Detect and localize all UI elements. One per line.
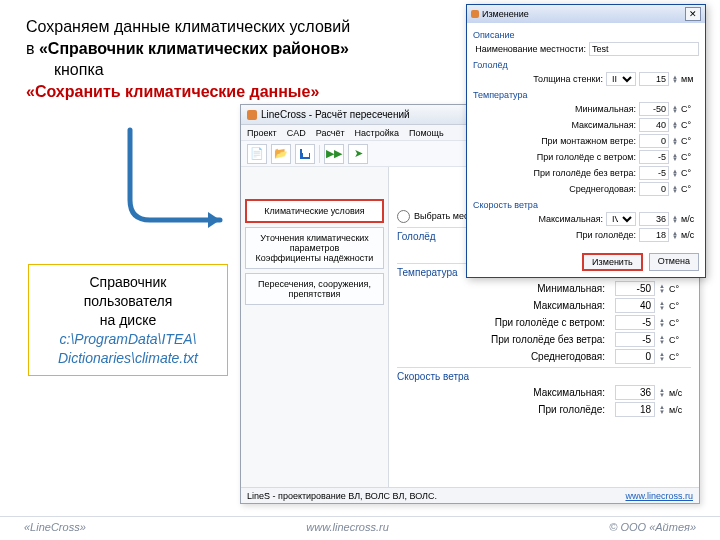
- app-title: LineCross - Расчёт пересечений: [261, 109, 410, 120]
- cancel-button[interactable]: Отмена: [649, 253, 699, 271]
- wind-max-input[interactable]: 36: [615, 385, 655, 400]
- status-text: LineS - проектирование ВЛ, ВОЛС ВЛ, ВОЛС…: [247, 491, 437, 501]
- instructions-text: Сохраняем данные климатических условий в…: [26, 16, 350, 102]
- edit-dialog: Изменение ✕ Описание Наименование местно…: [466, 4, 706, 278]
- d-wind-ice[interactable]: 18: [639, 228, 669, 242]
- wind-class-select[interactable]: IV: [606, 212, 636, 226]
- footer-right: © ООО «Айтея»: [609, 521, 696, 533]
- footer-left: «LineCross»: [24, 521, 86, 533]
- d-temp-ice-nowind[interactable]: -5: [639, 166, 669, 180]
- status-link[interactable]: www.linecross.ru: [625, 491, 693, 501]
- status-bar: LineS - проектирование ВЛ, ВОЛС ВЛ, ВОЛС…: [241, 487, 699, 503]
- open-file-icon[interactable]: 📂: [271, 144, 291, 164]
- run-icon[interactable]: ▶▶: [324, 144, 344, 164]
- left-nav: Климатические условия Уточнения климатич…: [241, 167, 389, 487]
- nav-climate-conditions[interactable]: Климатические условия: [245, 199, 384, 223]
- instr-line2: в «Справочник климатических районов»: [26, 38, 350, 60]
- nav-refinements[interactable]: Уточнения климатических параметров Коэфф…: [245, 227, 384, 269]
- instr-line4: «Сохранить климатические данные»: [26, 81, 350, 103]
- menu-help[interactable]: Помощь: [409, 128, 444, 138]
- d-temp-min[interactable]: -50: [639, 102, 669, 116]
- temp-ice-wind-input[interactable]: -5: [615, 315, 655, 330]
- location-name-input[interactable]: [589, 42, 699, 56]
- footer-center: www.linecross.ru: [306, 521, 389, 533]
- d-temp-ice-wind[interactable]: -5: [639, 150, 669, 164]
- apply-button[interactable]: Изменить: [582, 253, 643, 271]
- app-icon: [247, 110, 257, 120]
- temp-min-input[interactable]: -50: [615, 281, 655, 296]
- dialog-titlebar: Изменение ✕: [467, 5, 705, 23]
- new-file-icon[interactable]: 📄: [247, 144, 267, 164]
- menu-project[interactable]: Проект: [247, 128, 277, 138]
- dgroup-wind: Скорость ветра: [473, 197, 699, 211]
- forward-icon[interactable]: ➤: [348, 144, 368, 164]
- temp-max-input[interactable]: 40: [615, 298, 655, 313]
- d-wind-max[interactable]: 36: [639, 212, 669, 226]
- arrow-icon: [90, 120, 250, 250]
- menu-settings[interactable]: Настройка: [355, 128, 399, 138]
- menu-calc[interactable]: Расчёт: [316, 128, 345, 138]
- instr-line1: Сохраняем данные климатических условий: [26, 16, 350, 38]
- menu-cad[interactable]: CAD: [287, 128, 306, 138]
- d-ice-thickness[interactable]: 15: [639, 72, 669, 86]
- radio-select-location[interactable]: [397, 210, 410, 223]
- ice-class-select[interactable]: II: [606, 72, 636, 86]
- wind-ice-input[interactable]: 18: [615, 402, 655, 417]
- temp-avg-input[interactable]: 0: [615, 349, 655, 364]
- instr-line3: кнопка: [54, 59, 350, 81]
- dialog-title: Изменение: [482, 9, 529, 19]
- save-icon[interactable]: [295, 144, 315, 164]
- d-temp-avg[interactable]: 0: [639, 182, 669, 196]
- reference-box: Справочник пользователя на диске c:\Prog…: [28, 264, 228, 376]
- dialog-icon: [471, 10, 479, 18]
- group-wind: Скорость ветра: [397, 367, 691, 384]
- page-footer: «LineCross» www.linecross.ru © ООО «Айте…: [0, 516, 720, 536]
- d-temp-mount[interactable]: 0: [639, 134, 669, 148]
- dgroup-ice: Гололёд: [473, 57, 699, 71]
- dgroup-desc: Описание: [473, 27, 699, 41]
- nav-crossings[interactable]: Пересечения, сооружения, препятствия: [245, 273, 384, 305]
- close-icon[interactable]: ✕: [685, 7, 701, 21]
- temp-ice-nowind-input[interactable]: -5: [615, 332, 655, 347]
- dgroup-temp: Температура: [473, 87, 699, 101]
- d-temp-max[interactable]: 40: [639, 118, 669, 132]
